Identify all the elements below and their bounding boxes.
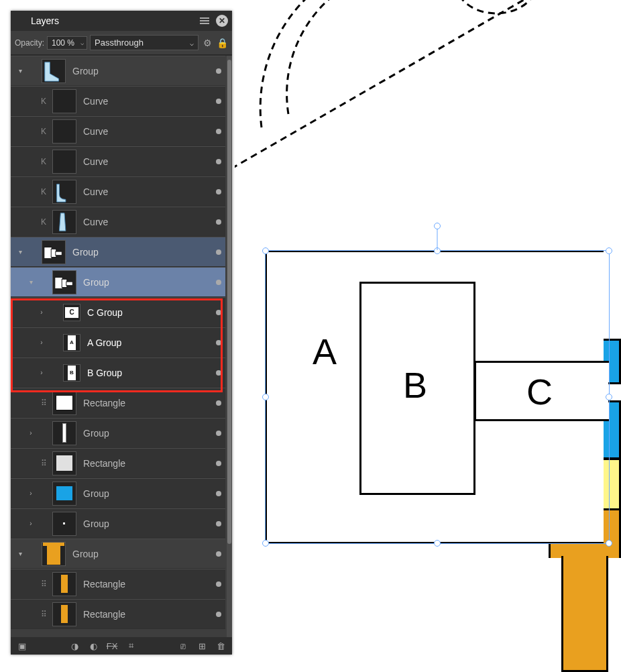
- dashed-artwork-top: [235, 0, 621, 201]
- layer-row-grp5[interactable]: ›Group: [11, 508, 225, 539]
- layers-icon[interactable]: ▣: [16, 641, 28, 651]
- add-layer-icon[interactable]: ⎚: [177, 641, 189, 651]
- layer-row-bgrp[interactable]: ›BB Group: [11, 357, 225, 388]
- selection-handle[interactable]: [434, 540, 441, 547]
- visibility-toggle[interactable]: [216, 68, 221, 74]
- chevron-down-icon: ⌵: [190, 39, 194, 46]
- opacity-input[interactable]: 100 % ⌵: [47, 36, 87, 50]
- orange-shape-bottom: [561, 556, 608, 672]
- trash-icon[interactable]: 🗑: [215, 641, 227, 651]
- shape-type-icon: ⠿: [38, 579, 50, 589]
- scrollbar[interactable]: [227, 56, 232, 637]
- layer-thumbnail: [52, 451, 76, 475]
- layer-label: A Group: [87, 337, 213, 348]
- expander-icon[interactable]: ›: [38, 309, 46, 316]
- layer-thumbnail: [52, 150, 76, 174]
- visibility-toggle[interactable]: [216, 129, 221, 134]
- visibility-toggle[interactable]: [216, 491, 221, 496]
- layer-thumbnail: [52, 180, 76, 204]
- grid-icon[interactable]: ⌗: [125, 640, 137, 651]
- layer-thumbnail: [52, 210, 76, 234]
- visibility-toggle[interactable]: [216, 189, 221, 194]
- selection-handle[interactable]: [262, 394, 269, 400]
- layer-thumbnail: A: [63, 334, 80, 351]
- visibility-toggle[interactable]: [216, 400, 221, 406]
- visibility-toggle[interactable]: [216, 99, 221, 104]
- svg-rect-6: [56, 251, 62, 256]
- panel-controls: Opacity: 100 % ⌵ Passthrough ⌵ ⚙ 🔒: [11, 31, 232, 55]
- layer-row-cv5[interactable]: KCurve: [11, 207, 225, 237]
- layer-row-grp3[interactable]: ›Group: [11, 418, 225, 448]
- expander-icon[interactable]: ▾: [16, 550, 24, 557]
- layer-row-grp0[interactable]: ▾Group: [11, 56, 225, 86]
- blend-mode-select[interactable]: Passthrough ⌵: [90, 35, 199, 50]
- visibility-toggle[interactable]: [216, 249, 221, 255]
- layer-row-rect1[interactable]: ⠿Rectangle: [11, 388, 225, 418]
- layer-label: Group: [72, 549, 213, 559]
- expander-icon[interactable]: ›: [38, 339, 46, 346]
- visibility-toggle[interactable]: [216, 581, 221, 587]
- layer-row-cv2[interactable]: KCurve: [11, 116, 225, 146]
- mask-icon[interactable]: ◑: [68, 641, 80, 651]
- selection-handle[interactable]: [434, 247, 441, 254]
- visibility-toggle[interactable]: [216, 219, 221, 225]
- layer-label: Group: [72, 66, 213, 76]
- svg-rect-7: [55, 277, 62, 288]
- layer-row-rect2[interactable]: ⠿Rectangle: [11, 448, 225, 478]
- expander-icon[interactable]: ▾: [16, 67, 24, 74]
- layer-row-cgrp[interactable]: ›CC Group: [11, 297, 225, 327]
- lock-icon[interactable]: 🔒: [216, 37, 228, 49]
- visibility-toggle[interactable]: [216, 612, 221, 617]
- selection-handle[interactable]: [262, 247, 269, 254]
- selection-handle[interactable]: [262, 540, 269, 547]
- layer-row-rect4[interactable]: ⠿Rectangle: [11, 599, 225, 629]
- panel-menu-icon[interactable]: [199, 15, 211, 27]
- visibility-toggle[interactable]: [216, 521, 221, 526]
- layer-label: Group: [72, 247, 213, 258]
- gear-icon[interactable]: ⚙: [201, 37, 213, 49]
- expander-icon[interactable]: ›: [27, 520, 35, 527]
- layer-row-rect3[interactable]: ⠿Rectangle: [11, 569, 225, 599]
- visibility-toggle[interactable]: [216, 340, 221, 345]
- panel-close-icon[interactable]: ✕: [216, 15, 228, 27]
- visibility-toggle[interactable]: [216, 461, 221, 466]
- selection-handle[interactable]: [606, 540, 612, 547]
- visibility-toggle[interactable]: [216, 370, 221, 376]
- canvas[interactable]: A B C: [235, 0, 621, 672]
- expander-icon[interactable]: ▾: [16, 248, 24, 256]
- layer-row-grp6[interactable]: ▾Group: [11, 539, 225, 569]
- panel-grip-icon[interactable]: [15, 17, 19, 25]
- layer-label: Group: [83, 518, 213, 529]
- expander-icon[interactable]: ▾: [27, 278, 35, 286]
- layer-thumbnail: [42, 240, 66, 264]
- visibility-toggle[interactable]: [216, 431, 221, 436]
- layer-row-cv1[interactable]: KCurve: [11, 86, 225, 116]
- layer-row-cv4[interactable]: KCurve: [11, 176, 225, 207]
- layer-row-cv3[interactable]: KCurve: [11, 146, 225, 176]
- layers-tab[interactable]: Layers: [24, 13, 66, 29]
- shape-type-icon: ⠿: [38, 459, 50, 468]
- layer-thumbnail: [52, 270, 76, 294]
- selection-bounding-box[interactable]: [265, 250, 610, 544]
- layer-label: Rectangle: [83, 458, 213, 469]
- selection-handle[interactable]: [606, 247, 612, 254]
- layer-row-grp2[interactable]: ▾Group: [11, 267, 225, 297]
- add-pixel-icon[interactable]: ⊞: [196, 641, 208, 651]
- curve-type-icon: K: [38, 127, 50, 136]
- expander-icon[interactable]: ›: [27, 429, 35, 437]
- selection-rotate-handle[interactable]: [434, 223, 441, 229]
- layer-row-grp1[interactable]: ▾Group: [11, 237, 225, 267]
- layer-row-agrp[interactable]: ›AA Group: [11, 327, 225, 357]
- layer-label: Curve: [83, 217, 213, 227]
- expander-icon[interactable]: ›: [38, 369, 46, 376]
- visibility-toggle[interactable]: [216, 159, 221, 164]
- visibility-toggle[interactable]: [216, 280, 221, 285]
- visibility-toggle[interactable]: [216, 551, 221, 557]
- layer-row-grp4[interactable]: ›Group: [11, 478, 225, 508]
- fx-icon[interactable]: FX: [106, 641, 118, 651]
- adjust-icon[interactable]: ◐: [87, 641, 99, 651]
- expander-icon[interactable]: ›: [27, 490, 35, 497]
- visibility-toggle[interactable]: [216, 310, 221, 315]
- scrollbar-thumb[interactable]: [227, 60, 231, 544]
- selection-handle[interactable]: [606, 394, 612, 400]
